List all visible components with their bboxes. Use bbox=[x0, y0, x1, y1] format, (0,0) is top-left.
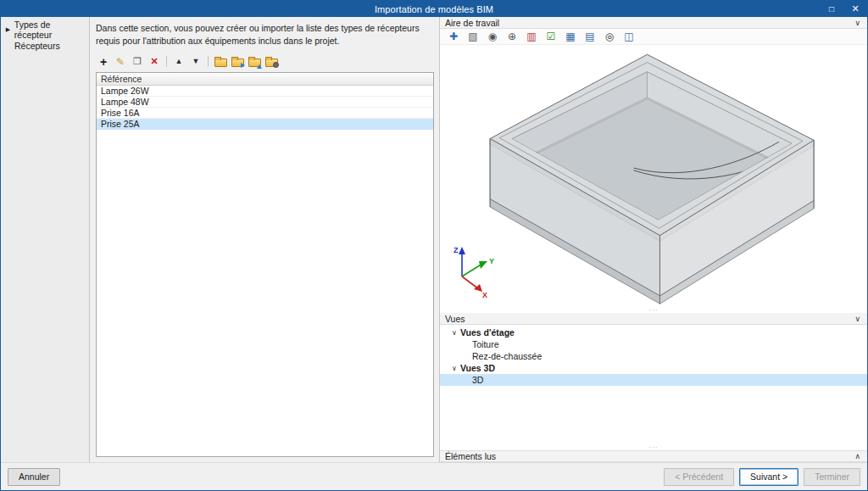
views-header[interactable]: Vues ∨ bbox=[440, 313, 867, 325]
layers-icon: ▤ bbox=[585, 31, 594, 42]
tree-group-vues-3d[interactable]: ∨ Vues 3D bbox=[440, 362, 867, 374]
close-button[interactable]: ✕ bbox=[843, 1, 867, 17]
window-controls: □ ✕ bbox=[820, 1, 867, 17]
bim-import-dialog: Importation de modèles BIM □ ✕ ▶ Types d… bbox=[0, 0, 868, 491]
add-button[interactable]: + bbox=[96, 54, 111, 69]
orbit-icon: ▧ bbox=[468, 31, 477, 42]
axis-x-label: X bbox=[482, 291, 487, 299]
elements-header[interactable]: Éléments lus ∧ bbox=[440, 450, 867, 462]
sheet-icon: ▥ bbox=[526, 31, 536, 42]
sidebar-item-label: Types de récepteur bbox=[14, 20, 89, 40]
receptor-table: Référence Lampe 26W Lampe 48W Prise 16A … bbox=[96, 72, 434, 457]
focus-icon: ◉ bbox=[488, 31, 497, 42]
tree-item-3d-selected[interactable]: 3D bbox=[440, 374, 867, 386]
table-row[interactable]: Lampe 48W bbox=[97, 97, 433, 108]
import-folder-button-3[interactable] bbox=[247, 54, 262, 69]
eye-icon: ◎ bbox=[605, 31, 614, 42]
tree-group-label: Vues 3D bbox=[460, 363, 495, 373]
import-folder-button-1[interactable] bbox=[213, 54, 228, 69]
chevron-down-icon: ∨ bbox=[854, 315, 860, 323]
table-row[interactable]: Prise 16A bbox=[97, 108, 433, 119]
chevron-up-icon: ∧ bbox=[854, 452, 860, 460]
pencil-icon: ✎ bbox=[116, 57, 125, 67]
table-view-button[interactable]: ▦ bbox=[563, 30, 578, 44]
sidebar-item-types-recepteur[interactable]: ▶ Types de récepteur bbox=[1, 21, 89, 37]
cancel-button[interactable]: Annuler bbox=[8, 468, 60, 486]
folder-import-icon bbox=[231, 59, 244, 67]
workspace-panel: Aire de travail ∨ ✚ ▧ ◉ ⊕ ▥ bbox=[439, 17, 867, 462]
copy-button[interactable]: ❐ bbox=[130, 54, 145, 69]
next-button[interactable]: Suivant > bbox=[739, 468, 798, 486]
view-3d-button[interactable]: ◫ bbox=[621, 30, 637, 44]
folder-export-icon bbox=[248, 59, 261, 67]
maximize-button[interactable]: □ bbox=[820, 1, 843, 17]
import-folder-button-2[interactable] bbox=[230, 54, 245, 69]
finish-button[interactable]: Terminer bbox=[804, 468, 860, 486]
column-header-reference[interactable]: Référence bbox=[97, 73, 433, 86]
receptor-types-panel: Dans cette section, vous pouvez créer ou… bbox=[90, 17, 439, 462]
splitter-handle[interactable]: ··· bbox=[440, 307, 867, 313]
measure-icon: ✚ bbox=[449, 31, 458, 42]
receptor-toolbar: + ✎ ❐ ✕ ▲ ▼ bbox=[96, 54, 434, 69]
cube-3d-icon: ◫ bbox=[624, 31, 633, 42]
sidebar-item-recepteurs[interactable]: Récepteurs bbox=[1, 37, 89, 53]
table-icon: ▦ bbox=[565, 31, 575, 42]
viewport-3d[interactable]: Z Y X bbox=[440, 45, 867, 307]
axis-z-label: Z bbox=[453, 246, 459, 254]
window-title: Importation de modèles BIM bbox=[48, 4, 820, 14]
orbit-tool-button[interactable]: ▧ bbox=[465, 30, 481, 44]
footer: Annuler < Précédent Suivant > Terminer bbox=[1, 462, 867, 490]
elements-title: Éléments lus bbox=[445, 451, 496, 461]
tree-group-label: Vues d'étage bbox=[460, 327, 515, 338]
sheet-view-button[interactable]: ▥ bbox=[524, 30, 539, 44]
tree-item-rez-de-chaussee[interactable]: Rez-de-chaussée bbox=[440, 350, 867, 362]
expander-icon[interactable]: ∨ bbox=[450, 329, 459, 337]
pan-tool-button[interactable]: ⊕ bbox=[504, 30, 520, 44]
delete-button[interactable]: ✕ bbox=[147, 54, 162, 69]
plus-icon: + bbox=[100, 56, 107, 68]
table-row-selected[interactable]: Prise 25A bbox=[97, 119, 433, 130]
toolbar-separator bbox=[166, 56, 167, 67]
measure-tool-button[interactable]: ✚ bbox=[446, 30, 461, 44]
pan-icon: ⊕ bbox=[508, 31, 516, 42]
previous-button[interactable]: < Précédent bbox=[664, 468, 734, 486]
workspace-header[interactable]: Aire de travail ∨ bbox=[440, 17, 867, 29]
workspace-title: Aire de travail bbox=[445, 18, 499, 28]
check-table-button[interactable]: ☑ bbox=[543, 30, 559, 44]
viewer-toolbar: ✚ ▧ ◉ ⊕ ▥ ☑ ▦ bbox=[440, 29, 867, 45]
arrow-up-icon: ▲ bbox=[175, 58, 183, 65]
titlebar: Importation de modèles BIM □ ✕ bbox=[1, 1, 867, 17]
tree-group-vues-d-etage[interactable]: ∨ Vues d'étage bbox=[440, 326, 867, 338]
selected-arrow-icon: ▶ bbox=[4, 26, 12, 33]
visibility-button[interactable]: ◎ bbox=[602, 30, 617, 44]
views-title: Vues bbox=[445, 314, 465, 324]
views-tree: ∨ Vues d'étage Toiture Rez-de-chaussée ∨… bbox=[440, 325, 867, 444]
sidebar-item-label: Récepteurs bbox=[14, 41, 60, 51]
copy-icon: ❐ bbox=[133, 57, 142, 66]
sidebar: ▶ Types de récepteur Récepteurs bbox=[1, 17, 90, 462]
import-folder-button-4[interactable] bbox=[264, 54, 279, 69]
check-table-icon: ☑ bbox=[547, 31, 556, 42]
move-up-button[interactable]: ▲ bbox=[171, 54, 186, 69]
table-row[interactable]: Lampe 26W bbox=[97, 86, 433, 97]
folder-icon bbox=[214, 59, 227, 67]
focus-tool-button[interactable]: ◉ bbox=[485, 30, 500, 44]
toolbar-separator bbox=[208, 56, 209, 67]
chevron-down-icon: ∨ bbox=[854, 19, 860, 27]
axis-y-label: Y bbox=[489, 257, 494, 265]
move-down-button[interactable]: ▼ bbox=[188, 54, 203, 69]
folder-config-icon bbox=[265, 59, 278, 67]
bim-model-3d bbox=[440, 45, 867, 307]
axes-gizmo: Z Y X bbox=[445, 243, 499, 299]
splitter-handle[interactable]: ··· bbox=[440, 444, 867, 450]
edit-button[interactable]: ✎ bbox=[113, 54, 128, 69]
tree-item-toiture[interactable]: Toiture bbox=[440, 338, 867, 350]
expander-icon[interactable]: ∨ bbox=[450, 365, 459, 372]
arrow-down-icon: ▼ bbox=[192, 58, 200, 65]
section-description: Dans cette section, vous pouvez créer ou… bbox=[96, 22, 437, 47]
layers-button[interactable]: ▤ bbox=[582, 30, 598, 44]
dialog-body: ▶ Types de récepteur Récepteurs Dans cet… bbox=[1, 17, 867, 462]
delete-icon: ✕ bbox=[150, 57, 158, 66]
